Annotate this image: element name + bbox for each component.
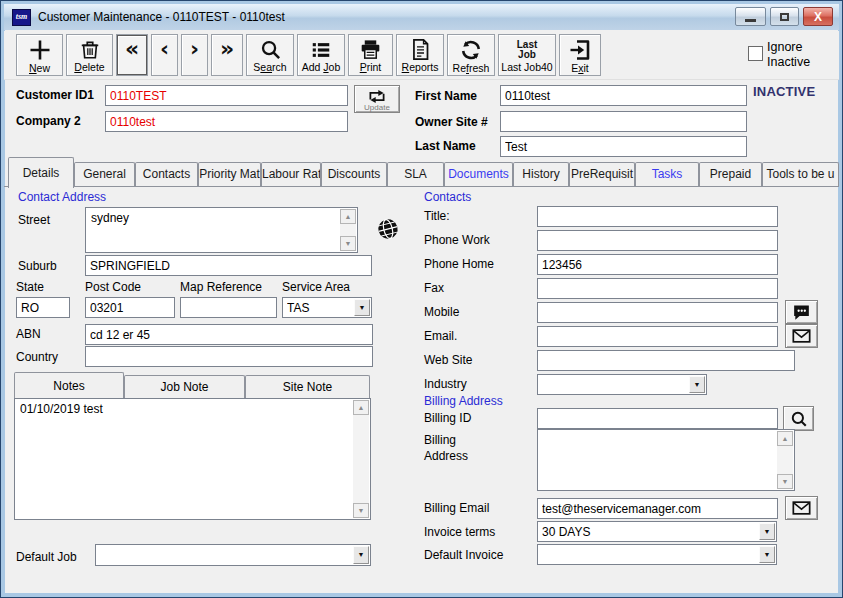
scroll-up-icon[interactable]: ▲	[340, 209, 356, 224]
ignore-inactive-checkbox[interactable]	[748, 46, 763, 61]
post-code-input[interactable]	[85, 297, 175, 318]
billing-id-input[interactable]	[537, 408, 778, 429]
titlebar[interactable]: tsm Customer Maintenance - 0110TEST - 01…	[4, 4, 839, 30]
first-name-label: First Name	[415, 89, 477, 103]
delete-button[interactable]: Delete	[66, 34, 113, 76]
billing-email-input[interactable]	[537, 498, 778, 519]
tab-general[interactable]: General	[74, 162, 135, 186]
chevron-down-icon[interactable]: ▼	[689, 376, 705, 393]
service-area-value[interactable]	[283, 298, 353, 317]
send-email-button[interactable]	[785, 324, 818, 348]
tab-discounts[interactable]: Discounts	[321, 162, 387, 186]
printer-icon	[359, 38, 382, 61]
globe-icon[interactable]	[375, 216, 402, 243]
next-record-button[interactable]: ›	[181, 34, 208, 76]
phone-work-input[interactable]	[537, 230, 778, 251]
web-site-input[interactable]	[537, 350, 795, 371]
customer-id1-input[interactable]	[105, 85, 348, 106]
owner-site-label: Owner Site #	[415, 115, 488, 129]
search-button[interactable]: Search	[246, 34, 294, 76]
mobile-input[interactable]	[537, 302, 778, 323]
billing-email-send-button[interactable]	[785, 496, 818, 520]
first-name-input[interactable]	[500, 85, 747, 106]
billing-address-scrollbar[interactable]: ▲ ▼	[777, 431, 793, 489]
tab-priority-matrix[interactable]: Priority Mat	[198, 162, 261, 186]
minimize-button[interactable]	[735, 7, 766, 26]
service-area-select[interactable]: ▼	[282, 297, 372, 318]
exit-button[interactable]: Exit	[559, 34, 601, 76]
refresh-button[interactable]: Refresh	[447, 34, 495, 76]
add-job-button[interactable]: Add Job	[297, 34, 345, 76]
default-invoice-value[interactable]	[538, 545, 758, 564]
tab-details[interactable]: Details	[8, 157, 74, 188]
company2-input[interactable]	[105, 111, 348, 132]
default-job-select[interactable]: ▼	[95, 544, 371, 566]
tab-labour-rate[interactable]: Labour Rate	[261, 162, 321, 186]
owner-site-input[interactable]	[500, 111, 747, 132]
street-label: Street	[18, 213, 50, 227]
chevron-down-icon[interactable]: ▼	[354, 299, 370, 316]
update-button[interactable]: Update	[354, 85, 400, 113]
first-record-button[interactable]: «	[116, 34, 148, 76]
scroll-down-icon[interactable]: ▼	[353, 503, 369, 518]
email-input[interactable]	[537, 326, 778, 347]
tab-tools[interactable]: Tools to be u	[762, 162, 839, 186]
state-label: State	[16, 280, 44, 294]
last-record-button[interactable]: »	[211, 34, 243, 76]
chevron-down-icon[interactable]: ▼	[353, 546, 369, 564]
search-button-label: Search	[253, 61, 286, 73]
tab-prerequisite[interactable]: PreRequisit	[569, 162, 635, 186]
scroll-down-icon[interactable]: ▼	[340, 236, 356, 251]
billing-address-value	[543, 433, 774, 488]
close-button[interactable]: X	[803, 7, 833, 26]
previous-record-button[interactable]: ‹	[151, 34, 178, 76]
send-sms-button[interactable]	[785, 300, 818, 324]
suburb-input[interactable]	[85, 255, 372, 276]
tab-prepaid[interactable]: Prepaid	[699, 162, 762, 186]
chevron-down-icon[interactable]: ▼	[759, 546, 775, 563]
billing-address-textarea[interactable]: ▲ ▼	[537, 429, 795, 491]
industry-select[interactable]: ▼	[537, 374, 707, 395]
new-button[interactable]: New	[16, 34, 63, 76]
tab-site-note[interactable]: Site Note	[245, 375, 370, 398]
notes-textarea[interactable]: 01/10/2019 test ▲ ▼	[14, 398, 371, 520]
notes-scrollbar[interactable]: ▲ ▼	[353, 400, 369, 518]
billing-search-button[interactable]	[783, 406, 814, 431]
invoice-terms-select[interactable]: ▼	[537, 521, 777, 542]
state-input[interactable]	[16, 297, 70, 318]
web-site-label: Web Site	[424, 353, 472, 367]
contacts-header: Contacts	[424, 190, 471, 204]
reports-button[interactable]: Reports	[396, 34, 444, 76]
fax-input[interactable]	[537, 278, 778, 299]
industry-value[interactable]	[538, 375, 688, 394]
scroll-down-icon[interactable]: ▼	[777, 474, 793, 489]
street-textarea[interactable]: sydney ▲ ▼	[85, 207, 358, 253]
default-job-value[interactable]	[96, 545, 352, 565]
tab-tasks[interactable]: Tasks	[635, 162, 699, 186]
default-invoice-select[interactable]: ▼	[537, 544, 777, 565]
title-input[interactable]	[537, 206, 778, 227]
phone-home-input[interactable]	[537, 254, 778, 275]
window-title: Customer Maintenance - 0110TEST - 0110te…	[38, 10, 285, 24]
scroll-up-icon[interactable]: ▲	[353, 400, 369, 415]
street-scrollbar[interactable]: ▲ ▼	[340, 209, 356, 251]
last-job-button[interactable]: LastJob Last Job40	[498, 34, 556, 76]
tab-history[interactable]: History	[513, 162, 569, 186]
double-chevron-left-icon: «	[125, 38, 139, 60]
tab-documents[interactable]: Documents	[444, 162, 513, 186]
chevron-down-icon[interactable]: ▼	[759, 523, 775, 540]
tab-notes[interactable]: Notes	[14, 372, 124, 398]
last-name-input[interactable]	[500, 136, 747, 157]
map-reference-input[interactable]	[180, 297, 277, 318]
maximize-button[interactable]	[770, 7, 799, 26]
scroll-up-icon[interactable]: ▲	[777, 431, 793, 446]
country-input[interactable]	[85, 346, 373, 367]
print-button[interactable]: Print	[348, 34, 393, 76]
tab-job-note[interactable]: Job Note	[124, 375, 245, 398]
trash-icon	[79, 38, 101, 61]
abn-input[interactable]	[85, 324, 373, 345]
reports-button-label: Reports	[402, 61, 439, 73]
tab-sla[interactable]: SLA	[387, 162, 444, 186]
tab-contacts[interactable]: Contacts	[135, 162, 198, 186]
invoice-terms-value[interactable]	[538, 522, 758, 541]
